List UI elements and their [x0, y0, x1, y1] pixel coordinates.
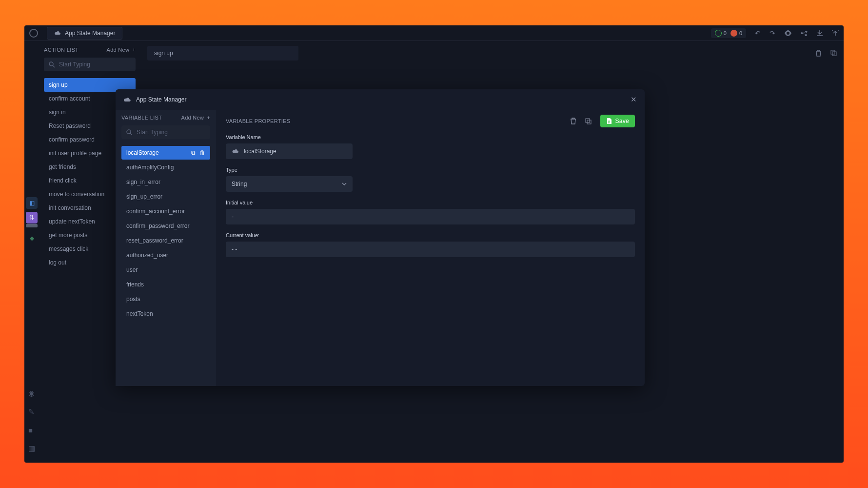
- type-select[interactable]: String: [226, 176, 353, 192]
- success-count: 0: [724, 30, 727, 36]
- variable-search[interactable]: [121, 125, 210, 139]
- copy-icon[interactable]: [830, 50, 837, 57]
- redo-icon[interactable]: ↷: [769, 29, 775, 37]
- download-icon[interactable]: [816, 30, 823, 37]
- current-value-field: - -: [226, 242, 635, 257]
- svg-rect-4: [586, 119, 590, 122]
- status-badges: 0 0: [711, 28, 746, 38]
- action-search-input[interactable]: [59, 61, 132, 68]
- upload-icon[interactable]: [832, 30, 839, 37]
- variable-item[interactable]: authorized_user: [121, 248, 210, 262]
- modal-title: App State Manager: [136, 96, 186, 103]
- modal-header: App State Manager ✕: [116, 89, 645, 110]
- rail-video-icon[interactable]: ■: [28, 426, 35, 434]
- variable-list-panel: VARIABLE LIST Add New + localStorage⧉🗑au…: [116, 110, 216, 386]
- variable-item[interactable]: sign_in_error: [121, 175, 210, 189]
- variable-list-title: VARIABLE LIST: [121, 115, 162, 121]
- variable-item[interactable]: user: [121, 263, 210, 277]
- variable-item[interactable]: authAmplifyConfig: [121, 161, 210, 174]
- page-title-input[interactable]: sign up: [147, 46, 298, 61]
- close-icon[interactable]: ✕: [631, 95, 637, 104]
- rail-component-icon[interactable]: ◧: [26, 197, 38, 209]
- undo-icon[interactable]: ↶: [755, 29, 761, 37]
- initial-value-label: Initial value: [226, 200, 635, 205]
- modal-body: VARIABLE LIST Add New + localStorage⧉🗑au…: [116, 110, 645, 386]
- share-icon[interactable]: [801, 30, 808, 37]
- cloud-icon: [54, 31, 61, 36]
- search-icon: [49, 61, 55, 68]
- rail-wand-icon[interactable]: ✎: [28, 407, 35, 416]
- toolbar-icons: ↶ ↷: [755, 29, 839, 37]
- topbar: App State Manager 0 0 ↶ ↷: [24, 25, 844, 41]
- rail-bottom: ◉ ✎ ■ ▥: [28, 389, 35, 453]
- variable-item-label: confirm_password_error: [126, 223, 189, 229]
- action-add-new[interactable]: Add New +: [107, 47, 136, 53]
- variable-item-label: authorized_user: [126, 252, 168, 259]
- action-search[interactable]: [44, 58, 136, 71]
- rail-book-icon[interactable]: ▥: [28, 444, 35, 453]
- properties-title: VARIABLE PROPERTIES: [226, 118, 290, 124]
- save-file-icon: [606, 118, 612, 124]
- rail-data-icon[interactable]: ◆: [26, 232, 38, 244]
- variable-item[interactable]: reset_password_error: [121, 234, 210, 247]
- variable-item[interactable]: sign_up_error: [121, 190, 210, 203]
- svg-point-3: [127, 130, 131, 134]
- svg-rect-1: [831, 50, 835, 54]
- svg-point-0: [49, 62, 53, 66]
- variable-item[interactable]: friends: [121, 278, 210, 291]
- variable-item-label: localStorage: [126, 149, 159, 156]
- error-count: 0: [739, 30, 742, 36]
- initial-value: -: [232, 213, 234, 220]
- app-logo-icon: [29, 29, 38, 38]
- save-label: Save: [615, 118, 629, 124]
- type-value: String: [232, 181, 247, 187]
- variable-item-label: confirm_account_error: [126, 208, 185, 215]
- variable-properties-panel: VARIABLE PROPERTIES Save: [216, 110, 645, 386]
- variable-item-label: posts: [126, 296, 140, 303]
- copy-icon[interactable]: ⧉: [191, 149, 196, 156]
- variable-name-label: Variable Name: [226, 134, 635, 140]
- svg-rect-5: [587, 120, 591, 124]
- variable-item[interactable]: confirm_account_error: [121, 204, 210, 218]
- search-icon: [126, 129, 133, 136]
- variable-item[interactable]: posts: [121, 292, 210, 306]
- current-value: - -: [232, 246, 237, 253]
- variable-name-field[interactable]: localStorage: [226, 143, 353, 159]
- variable-add-new[interactable]: Add New +: [181, 115, 210, 121]
- current-value-label: Current value:: [226, 232, 635, 238]
- variable-list: localStorage⧉🗑authAmplifyConfigsign_in_e…: [121, 146, 210, 321]
- variable-item[interactable]: confirm_password_error: [121, 219, 210, 233]
- rail-eye-icon[interactable]: ◉: [28, 389, 35, 398]
- error-badge: 0: [730, 30, 742, 37]
- variable-item-label: user: [126, 266, 138, 273]
- variable-search-input[interactable]: [137, 129, 210, 136]
- trash-icon[interactable]: 🗑: [199, 149, 205, 156]
- tab-label: App State Manager: [65, 30, 115, 37]
- cloud-icon: [232, 149, 239, 154]
- initial-value-field[interactable]: -: [226, 209, 635, 224]
- state-manager-modal: App State Manager ✕ VARIABLE LIST Add Ne…: [116, 89, 645, 386]
- page-header: sign up: [147, 46, 837, 61]
- app-window: App State Manager 0 0 ↶ ↷: [24, 25, 844, 463]
- left-rail: ◧ ⇅ ◆ ◉ ✎ ■ ▥: [24, 41, 39, 463]
- variable-item-label: sign_up_error: [126, 193, 162, 200]
- rail-state-icon[interactable]: ⇅: [26, 212, 38, 224]
- properties-header: VARIABLE PROPERTIES Save: [226, 115, 635, 127]
- preview-icon[interactable]: [784, 30, 792, 36]
- variable-item-label: friends: [126, 281, 144, 288]
- success-badge: 0: [715, 30, 727, 37]
- variable-list-header: VARIABLE LIST Add New +: [121, 115, 210, 121]
- check-circle-icon: [715, 30, 722, 37]
- page-header-icons: [815, 50, 837, 57]
- trash-icon[interactable]: [570, 118, 576, 124]
- variable-item[interactable]: localStorage⧉🗑: [121, 146, 210, 160]
- trash-icon[interactable]: [815, 50, 822, 57]
- action-list-header: ACTION LIST Add New +: [44, 47, 136, 53]
- tab-app-state-manager[interactable]: App State Manager: [47, 27, 122, 40]
- copy-icon[interactable]: [585, 118, 592, 124]
- save-button[interactable]: Save: [600, 115, 635, 127]
- variable-item-label: reset_password_error: [126, 237, 183, 244]
- page-title: sign up: [154, 50, 173, 57]
- add-new-label: Add New: [181, 115, 204, 121]
- variable-item[interactable]: nextToken: [121, 307, 210, 321]
